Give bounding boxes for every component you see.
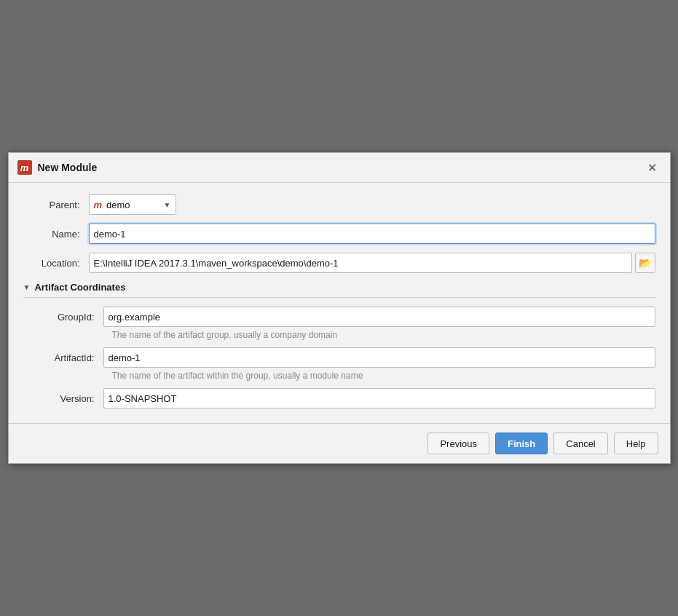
groupid-input[interactable] (103, 307, 655, 327)
finish-button[interactable]: Finish (495, 433, 548, 454)
groupid-hint: The name of the artifact group, usually … (112, 330, 655, 340)
artifact-coordinates-title: Artifact Coordinates (34, 282, 125, 293)
dialog-footer: Previous Finish Cancel Help (9, 423, 670, 463)
artifactid-input[interactable] (103, 347, 655, 368)
groupid-row: GroupId: (23, 307, 655, 327)
maven-icon: m (17, 160, 32, 175)
location-input[interactable] (89, 253, 632, 273)
name-row: Name: (23, 224, 655, 244)
parent-value: demo (106, 200, 130, 210)
help-button[interactable]: Help (614, 433, 658, 454)
parent-label: Parent: (23, 200, 89, 210)
chevron-down-icon: ▼ (164, 201, 171, 209)
location-wrapper: 📂 (89, 253, 655, 273)
artifactid-hint: The name of the artifact within the grou… (112, 371, 655, 381)
artifactid-row: ArtifactId: (23, 347, 655, 368)
dialog-body: Parent: m demo ▼ Name: Location: 📂 ▼ (9, 183, 670, 423)
collapse-arrow-icon[interactable]: ▼ (23, 283, 31, 291)
previous-button[interactable]: Previous (427, 433, 489, 454)
browse-button[interactable]: 📂 (635, 253, 655, 273)
parent-maven-icon: m (94, 200, 103, 210)
artifact-section-header: ▼ Artifact Coordinates (23, 282, 655, 298)
close-button[interactable]: ✕ (644, 159, 661, 176)
groupid-label: GroupId: (23, 312, 103, 323)
location-row: Location: 📂 (23, 253, 655, 273)
parent-dropdown[interactable]: m demo ▼ (89, 194, 176, 215)
name-label: Name: (23, 229, 89, 240)
name-input[interactable] (89, 224, 655, 244)
new-module-dialog: m New Module ✕ Parent: m demo ▼ Name: Lo… (8, 152, 671, 464)
location-label: Location: (23, 258, 89, 269)
artifactid-label: ArtifactId: (23, 352, 103, 363)
version-input[interactable] (103, 388, 655, 408)
version-row: Version: (23, 388, 655, 408)
cancel-button[interactable]: Cancel (553, 433, 607, 454)
folder-icon: 📂 (639, 257, 651, 269)
version-label: Version: (23, 393, 103, 404)
title-bar-left: m New Module (17, 160, 98, 175)
parent-row: Parent: m demo ▼ (23, 194, 655, 215)
dialog-title: New Module (38, 162, 98, 173)
title-bar: m New Module ✕ (9, 153, 670, 183)
artifact-section: GroupId: The name of the artifact group,… (23, 307, 655, 408)
